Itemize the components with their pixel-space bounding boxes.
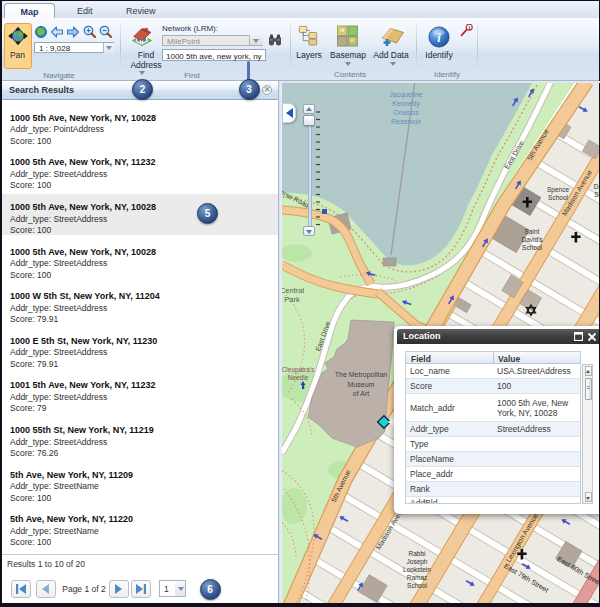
svg-text:i: i (437, 31, 441, 45)
svg-text:Park: Park (284, 295, 300, 304)
svg-text:Joseph: Joseph (407, 558, 428, 566)
svg-text:Spence: Spence (547, 186, 569, 194)
svg-text:Rabbi: Rabbi (409, 550, 426, 557)
svg-text:Reservoir: Reservoir (391, 118, 422, 125)
svg-text:Jacqueline: Jacqueline (389, 91, 423, 99)
svg-text:Museum: Museum (348, 381, 375, 388)
svg-text:School: School (407, 582, 427, 589)
svg-text:Onassis: Onassis (393, 109, 419, 116)
svg-text:School: School (522, 244, 542, 251)
svg-text:Kennedy: Kennedy (392, 100, 420, 108)
svg-text:School: School (548, 194, 568, 201)
svg-text:Lookstein: Lookstein (403, 566, 431, 573)
svg-text:Needle: Needle (288, 374, 309, 381)
svg-text:Central: Central (282, 286, 304, 295)
svg-text:The Metropolitan: The Metropolitan (335, 371, 388, 379)
svg-text:Ramaz: Ramaz (407, 574, 428, 581)
svg-text:of Art: of Art (353, 390, 369, 397)
svg-text:Cleopatra's: Cleopatra's (282, 366, 315, 374)
svg-text:Saint: Saint (525, 228, 540, 235)
svg-text:David's: David's (521, 236, 543, 243)
